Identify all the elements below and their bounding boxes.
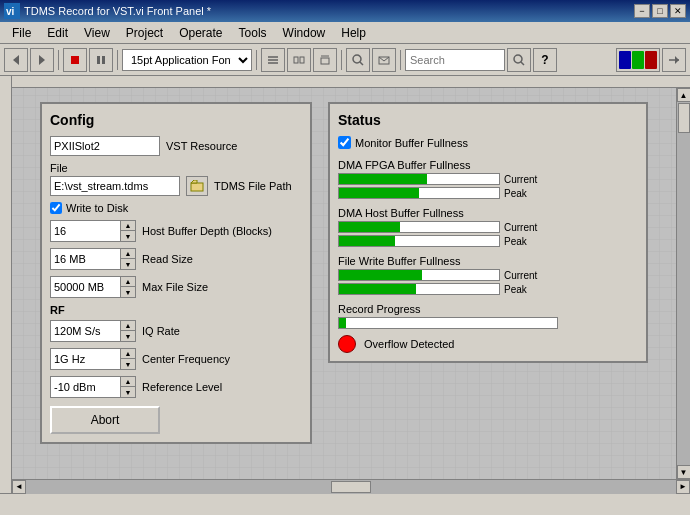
dma-host-section: DMA Host Buffer Fullness Current — [338, 207, 638, 247]
menu-bar: File Edit View Project Operate Tools Win… — [0, 22, 690, 44]
svg-point-17 — [514, 55, 522, 63]
sep2 — [117, 50, 118, 70]
abort-button[interactable]: Abort — [50, 406, 160, 434]
host-buffer-row: 16 ▲ ▼ Host Buffer Depth (Blocks) — [50, 220, 302, 242]
record-progress-label: Record Progress — [338, 303, 638, 315]
config-panel: Config VST Resource File — [40, 102, 312, 444]
search-button[interactable] — [507, 48, 531, 72]
svg-marker-23 — [675, 56, 679, 64]
overflow-label: Overflow Detected — [364, 338, 454, 350]
file-write-label: File Write Buffer Fullness — [338, 255, 638, 267]
dma-host-current-fill — [339, 222, 400, 232]
maximize-button[interactable]: □ — [652, 4, 668, 18]
center-freq-row: 1G Hz ▲ ▼ Center Frequency — [50, 348, 302, 370]
font-dropdown[interactable]: 15pt Application Font — [122, 49, 252, 71]
minimize-button[interactable]: − — [634, 4, 650, 18]
menu-file[interactable]: File — [4, 24, 39, 42]
ref-level-value: -10 dBm — [51, 377, 121, 397]
svg-text:vi: vi — [6, 6, 15, 17]
iq-rate-row: 120M S/s ▲ ▼ IQ Rate — [50, 320, 302, 342]
center-freq-down[interactable]: ▼ — [121, 359, 135, 369]
file-write-peak-fill — [339, 284, 416, 294]
scroll-track-bottom[interactable] — [26, 480, 676, 494]
menu-help[interactable]: Help — [333, 24, 374, 42]
panel-area: Config VST Resource File — [12, 88, 676, 479]
abort-btn-container: Abort — [50, 406, 302, 434]
iq-rate-label: IQ Rate — [142, 325, 180, 337]
ref-level-arrows: ▲ ▼ — [121, 377, 135, 397]
scroll-right-button[interactable]: ► — [676, 480, 690, 494]
align-button[interactable] — [261, 48, 285, 72]
dma-fpga-peak-row: Peak — [338, 187, 538, 199]
menu-window[interactable]: Window — [275, 24, 334, 42]
scroll-thumb-bottom[interactable] — [331, 481, 371, 493]
svg-rect-19 — [619, 51, 631, 69]
read-size-arrows: ▲ ▼ — [121, 249, 135, 269]
svg-rect-4 — [71, 56, 79, 64]
host-buffer-up[interactable]: ▲ — [121, 221, 135, 231]
monitor-buffer-row: Monitor Buffer Fullness — [338, 136, 638, 149]
vst-resource-label: VST Resource — [166, 140, 237, 152]
file-browse-button[interactable] — [186, 176, 208, 196]
vi-panel-toggle[interactable] — [662, 48, 686, 72]
ref-level-down[interactable]: ▼ — [121, 387, 135, 397]
scroll-up-button[interactable]: ▲ — [677, 88, 691, 102]
ref-level-input[interactable]: -10 dBm ▲ ▼ — [50, 376, 136, 398]
read-size-row: 16 MB ▲ ▼ Read Size — [50, 248, 302, 270]
scroll-down-button[interactable]: ▼ — [677, 465, 691, 479]
max-file-size-up[interactable]: ▲ — [121, 277, 135, 287]
back-button[interactable] — [4, 48, 28, 72]
resize-button[interactable] — [313, 48, 337, 72]
read-size-input[interactable]: 16 MB ▲ ▼ — [50, 248, 136, 270]
toolbar: 15pt Application Font — [0, 44, 690, 76]
max-file-size-input[interactable]: 50000 MB ▲ ▼ — [50, 276, 136, 298]
menu-view[interactable]: View — [76, 24, 118, 42]
max-file-size-down[interactable]: ▼ — [121, 287, 135, 297]
monitor-buffer-checkbox[interactable] — [338, 136, 351, 149]
menu-edit[interactable]: Edit — [39, 24, 76, 42]
sep5 — [400, 50, 401, 70]
read-size-label: Read Size — [142, 253, 193, 265]
host-buffer-down[interactable]: ▼ — [121, 231, 135, 241]
scroll-track-right[interactable] — [677, 102, 691, 465]
scroll-thumb-right[interactable] — [678, 103, 690, 133]
zoom-button[interactable] — [346, 48, 370, 72]
iq-rate-up[interactable]: ▲ — [121, 321, 135, 331]
host-buffer-input[interactable]: 16 ▲ ▼ — [50, 220, 136, 242]
help-button[interactable]: ? — [533, 48, 557, 72]
menu-operate[interactable]: Operate — [171, 24, 230, 42]
dma-fpga-current-row: Current — [338, 173, 538, 185]
record-progress-fill — [339, 318, 346, 328]
menu-project[interactable]: Project — [118, 24, 171, 42]
svg-rect-21 — [645, 51, 657, 69]
svg-line-18 — [521, 62, 524, 65]
center-freq-input[interactable]: 1G Hz ▲ ▼ — [50, 348, 136, 370]
forward-button[interactable] — [30, 48, 54, 72]
scroll-left-button[interactable]: ◄ — [12, 480, 26, 494]
vst-resource-row: VST Resource — [50, 136, 302, 156]
dma-host-current-row: Current — [338, 221, 538, 233]
file-write-peak-track — [338, 283, 500, 295]
svg-marker-3 — [39, 55, 45, 65]
file-write-current-fill — [339, 270, 422, 280]
write-to-disk-checkbox[interactable] — [50, 202, 62, 214]
search-input[interactable] — [405, 49, 505, 71]
center-freq-up[interactable]: ▲ — [121, 349, 135, 359]
ref-level-up[interactable]: ▲ — [121, 377, 135, 387]
center-freq-arrows: ▲ ▼ — [121, 349, 135, 369]
stop-button[interactable] — [63, 48, 87, 72]
vst-resource-input[interactable] — [50, 136, 160, 156]
read-size-up[interactable]: ▲ — [121, 249, 135, 259]
iq-rate-input[interactable]: 120M S/s ▲ ▼ — [50, 320, 136, 342]
pause-button[interactable] — [89, 48, 113, 72]
read-size-down[interactable]: ▼ — [121, 259, 135, 269]
main-area: Config VST Resource File — [0, 76, 690, 493]
iq-rate-down[interactable]: ▼ — [121, 331, 135, 341]
close-button[interactable]: ✕ — [670, 4, 686, 18]
status-title: Status — [338, 112, 638, 128]
host-buffer-value: 16 — [51, 221, 121, 241]
file-path-input[interactable] — [50, 176, 180, 196]
env-button[interactable] — [372, 48, 396, 72]
distribute-button[interactable] — [287, 48, 311, 72]
menu-tools[interactable]: Tools — [231, 24, 275, 42]
